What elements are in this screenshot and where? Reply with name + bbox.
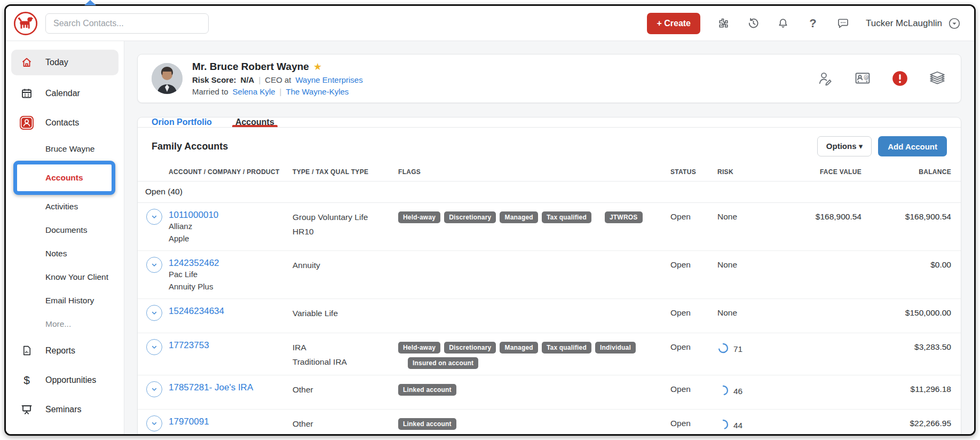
sidebar-item-label: Email History	[45, 296, 94, 305]
expand-cell	[142, 339, 169, 355]
flags-cell: Linked account	[398, 384, 670, 396]
chevron-down-icon	[150, 261, 159, 269]
create-button[interactable]: + Create	[647, 13, 700, 34]
sidebar-item-activities[interactable]: Activities	[6, 195, 124, 218]
contact-avatar[interactable]	[152, 63, 183, 94]
sidebar-item-accounts[interactable]: Accounts	[6, 164, 124, 192]
expand-row-button[interactable]	[146, 209, 162, 225]
sidebar-item-more[interactable]: More...	[6, 312, 124, 336]
expand-row-button[interactable]	[146, 415, 162, 431]
redtail-logo-icon[interactable]	[13, 11, 38, 36]
risk-cell: None	[717, 257, 781, 270]
account-link[interactable]: 17857281- Joe's IRA	[169, 382, 253, 393]
type-cell: Variable Life	[293, 305, 398, 319]
table-row: 1242352462Pac LifeAnnuity PlusAnnuityOpe…	[138, 251, 961, 299]
flags-cell: Linked account	[398, 418, 670, 430]
sidebar-item-contacts[interactable]: Contacts	[6, 108, 124, 137]
sidebar-item-opportunities[interactable]: $ Opportunities	[6, 365, 124, 395]
sidebar-item-today[interactable]: Today	[11, 50, 118, 75]
account-cell: 17970091	[169, 415, 293, 427]
type-cell: Other	[293, 381, 398, 396]
contact-header-card: Mr. Bruce Robert Wayne ★ Risk Score: N/A…	[137, 54, 961, 103]
sidebar-item-workflows[interactable]: Workflows	[6, 424, 124, 436]
topbar-actions: + Create	[647, 13, 961, 34]
risk-gauge-icon	[717, 384, 729, 398]
calendar-icon	[19, 87, 35, 100]
status-cell: Open	[670, 209, 717, 222]
flag-badge: Held-away	[398, 342, 440, 353]
section-title: Family Accounts	[152, 141, 228, 152]
add-account-button[interactable]: Add Account	[878, 136, 947, 156]
risk-value: None	[717, 308, 737, 318]
account-cell: 1011000010AllianzApple	[169, 209, 293, 245]
company-link[interactable]: Wayne Enterprises	[295, 74, 362, 86]
options-button[interactable]: Options ▾	[817, 136, 872, 156]
svg-text:@: @	[864, 74, 869, 80]
help-icon[interactable]: ?	[806, 17, 820, 30]
sidebar-item-notes[interactable]: Notes	[6, 242, 124, 265]
expand-row-button[interactable]	[146, 257, 162, 273]
type-line: HR10	[293, 225, 398, 238]
blue-pointer-artifact	[84, 0, 96, 5]
tab-accounts[interactable]: Accounts	[235, 117, 274, 127]
spouse-link[interactable]: Selena Kyle	[233, 86, 275, 98]
account-link[interactable]: 17723753	[169, 340, 209, 351]
sidebar-item-reports[interactable]: Reports	[6, 336, 124, 365]
account-link[interactable]: 17970091	[169, 417, 209, 427]
expand-row-button[interactable]	[146, 339, 162, 355]
search-input[interactable]	[53, 19, 201, 28]
notifications-bell-icon[interactable]	[776, 17, 790, 30]
account-link[interactable]: 15246234634	[169, 306, 224, 317]
sidebar-item-bruce-wayne[interactable]: Bruce Wayne	[6, 137, 124, 161]
layers-icon[interactable]	[928, 69, 947, 88]
sidebar-item-label: Bruce Wayne	[45, 144, 94, 154]
balance-cell: $168,900.54	[862, 209, 951, 222]
married-prefix: Married to	[192, 86, 228, 98]
history-icon[interactable]	[746, 17, 760, 30]
type-line: Other	[293, 383, 398, 396]
sidebar-item-calendar[interactable]: Calendar	[6, 78, 124, 108]
expand-cell	[142, 257, 169, 273]
contact-card-email-icon[interactable]: @	[853, 69, 872, 88]
sidebar-item-email-history[interactable]: Email History	[6, 289, 124, 312]
column-header-account: ACCOUNT / COMPANY / PRODUCT	[169, 168, 293, 176]
sidebar-item-know-your-client[interactable]: Know Your Client	[6, 265, 124, 289]
account-sub-line: Allianz	[169, 221, 293, 233]
type-line: Traditional IRA	[293, 356, 398, 368]
account-link[interactable]: 1011000010	[169, 210, 218, 221]
family-link[interactable]: The Wayne-Kyles	[286, 86, 349, 98]
alert-icon[interactable]	[890, 69, 910, 88]
dollar-icon: $	[19, 374, 35, 387]
balance-cell: $22,266.95	[862, 415, 951, 428]
flag-badge: JTWROS	[605, 211, 643, 223]
sidebar-item-seminars[interactable]: Seminars	[6, 395, 124, 424]
sidebar-item-documents[interactable]: Documents	[6, 218, 124, 242]
contact-actions: @	[816, 69, 947, 88]
favorite-star-icon[interactable]: ★	[313, 60, 322, 74]
column-header-risk: RISK	[717, 168, 781, 176]
flag-badge: Held-away	[398, 211, 440, 223]
balance-cell: $3,283.50	[862, 339, 951, 352]
accounts-table-body: 1011000010AllianzAppleGroup Voluntary Li…	[138, 203, 961, 434]
user-menu-caret-icon[interactable]	[947, 17, 961, 30]
face-value-cell	[781, 381, 862, 384]
accounts-card: Orion Portfolio Accounts Family Accounts…	[137, 117, 961, 434]
column-header-face-value: FACE VALUE	[781, 168, 862, 176]
expand-row-button[interactable]	[146, 305, 162, 321]
tab-orion-portfolio[interactable]: Orion Portfolio	[152, 117, 212, 127]
user-menu[interactable]: Tucker McLaughlin	[866, 17, 961, 30]
risk-gauge-icon	[717, 419, 729, 433]
face-value-cell	[781, 257, 862, 260]
contact-name: Mr. Bruce Robert Wayne	[192, 59, 309, 74]
group-header-open[interactable]: Open (40)	[138, 182, 961, 203]
risk-score-value: 44	[733, 421, 742, 430]
flag-badge: Linked account	[398, 384, 456, 396]
expand-row-button[interactable]	[146, 381, 162, 397]
flag-badge: Tax qualified	[542, 342, 591, 353]
edit-contact-icon[interactable]	[816, 69, 835, 88]
account-sub-line: Annuity Plus	[169, 281, 293, 293]
flag-badge: Discretionary	[444, 342, 496, 353]
integrations-puzzle-icon[interactable]	[716, 17, 730, 30]
account-link[interactable]: 1242352462	[169, 258, 219, 269]
chat-icon[interactable]	[836, 17, 850, 30]
